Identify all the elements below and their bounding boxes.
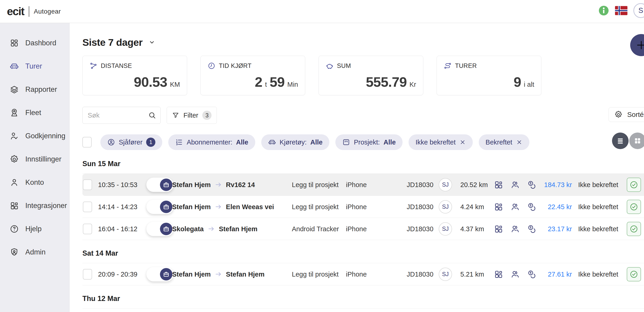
trip-source: iPhone (346, 225, 367, 232)
header-actions: S (598, 3, 640, 18)
trip-time: 20:09 - 20:39 (98, 270, 138, 278)
avatar-initial: S (638, 6, 643, 15)
stat-card-turer: TURER 9 i alt (436, 56, 541, 95)
sidebar-item-integrasjoner[interactable]: Integrasjoner (0, 194, 69, 217)
row-checkbox[interactable] (83, 224, 92, 234)
driver-avatar[interactable]: SJ (439, 200, 452, 214)
trip-row[interactable]: 14:14 - 14:23 Stefan Hjem Elen Weeas vei… (82, 196, 644, 218)
sidebar-item-innstillinger[interactable]: Innstillinger (0, 148, 69, 171)
chip-label: Kjøretøy: (280, 138, 307, 146)
search-input[interactable] (87, 111, 148, 120)
blocks-icon[interactable] (494, 270, 503, 279)
sort-button[interactable]: Sortér (608, 107, 644, 122)
date-section-header: Thu 12 Mar (82, 294, 644, 303)
trip-rows-sun: 10:35 - 10:53 Stefan Hjem Rv162 14 Legg … (82, 174, 644, 240)
row-checkbox[interactable] (83, 202, 92, 212)
trip-price-link[interactable]: 184.73 kr (528, 181, 572, 188)
chip-sjaforer[interactable]: Sjåfører 1 (100, 134, 162, 150)
passengers-icon[interactable] (510, 270, 520, 279)
info-icon[interactable] (598, 5, 609, 16)
arrow-right-icon (214, 204, 222, 210)
search-icon[interactable] (148, 111, 156, 120)
blocks-icon[interactable] (494, 202, 503, 212)
chip-kjoretoy[interactable]: Kjøretøy: Alle (261, 134, 330, 150)
chip-label: Prosjekt: (354, 138, 380, 146)
logo-product: Autogear (34, 8, 61, 15)
close-icon[interactable] (516, 139, 522, 146)
sidebar-item-godkjenning[interactable]: Godkjenning (0, 124, 69, 148)
stat-value: 90.53 (134, 74, 167, 90)
trip-time: 10:35 - 10:53 (98, 181, 138, 188)
sidebar-item-admin[interactable]: Admin (0, 240, 69, 264)
stat-unit: i alt (524, 81, 534, 88)
sidebar-item-fleet[interactable]: Fleet (0, 101, 69, 124)
check-circle-icon (630, 270, 638, 279)
trip-type-toggle[interactable] (146, 267, 174, 282)
chip-ikke-bekreftet[interactable]: Ikke bekreftet (408, 134, 472, 150)
sidebar-item-label: Rapporter (25, 85, 57, 94)
add-to-project-link[interactable]: Legg til prosjekt (292, 270, 338, 278)
blocks-icon[interactable] (494, 224, 503, 234)
chip-prosjekt[interactable]: Prosjekt: Alle (335, 134, 402, 150)
norway-flag-icon[interactable] (615, 6, 628, 15)
row-checkbox[interactable] (83, 269, 92, 280)
dashboard-icon (10, 38, 19, 48)
passengers-icon[interactable] (510, 224, 520, 234)
trip-price-link[interactable]: 23.17 kr (528, 225, 572, 232)
driver-avatar[interactable]: SJ (439, 178, 452, 192)
passengers-icon[interactable] (510, 180, 520, 189)
confirm-button[interactable] (627, 178, 641, 192)
trip-row[interactable]: 16:04 - 16:12 Skolegata Stefan Hjem Andr… (82, 218, 644, 240)
sidebar-item-konto[interactable]: Konto (0, 171, 69, 194)
sidebar-item-dashbord[interactable]: Dashbord (0, 31, 69, 54)
trip-type-toggle[interactable] (146, 200, 174, 214)
trip-distance: 4.37 km (460, 225, 484, 232)
stat-value-hours: 2 (255, 74, 262, 90)
confirm-button[interactable] (627, 267, 641, 282)
sidebar-item-hjelp[interactable]: Hjelp (0, 217, 69, 240)
select-all-checkbox[interactable] (82, 137, 92, 148)
search-filter-row: Filter 3 (82, 107, 644, 124)
add-to-project-link[interactable]: Legg til prosjekt (292, 181, 338, 188)
blocks-icon[interactable] (494, 180, 503, 189)
driver-avatar[interactable]: SJ (439, 222, 452, 236)
app-logo: ecit Autogear (7, 5, 61, 18)
stat-label: SUM (337, 62, 351, 70)
confirm-button[interactable] (627, 200, 641, 214)
chip-abonnementer[interactable]: Abonnementer: Alle (168, 134, 255, 150)
stat-card-distanse: DISTANSE 90.53 KM (82, 56, 187, 95)
close-icon[interactable] (460, 139, 466, 146)
project-label[interactable]: Android Tracker (292, 225, 339, 232)
map-pin-icon (10, 108, 19, 117)
trip-price-link[interactable]: 27.61 kr (528, 270, 572, 278)
trip-row[interactable]: 10:35 - 10:53 Stefan Hjem Rv162 14 Legg … (82, 174, 644, 196)
driver-avatar[interactable]: SJ (439, 268, 452, 281)
chip-count-badge: 1 (146, 138, 155, 147)
grid-view-button[interactable] (629, 132, 644, 149)
trip-type-toggle[interactable] (146, 178, 174, 192)
passengers-icon[interactable] (510, 202, 520, 212)
list-view-button[interactable] (612, 132, 628, 149)
chip-bekreftet[interactable]: Bekreftet (479, 134, 530, 150)
filter-count-badge: 3 (202, 111, 212, 120)
filter-chips-row: Sjåfører 1 Abonnementer: Alle Kjøretøy: … (82, 134, 644, 150)
trip-row-partial[interactable] (82, 308, 644, 312)
trip-row[interactable]: 20:09 - 20:39 Stefan Hjem Stefan Hjem Le… (82, 263, 644, 285)
sidebar-item-rapporter[interactable]: Rapporter (0, 78, 69, 101)
row-checkbox[interactable] (83, 180, 92, 190)
period-selector[interactable]: Siste 7 dager (82, 36, 644, 48)
sidebar-item-label: Konto (25, 178, 44, 186)
car-icon (10, 62, 19, 71)
sidebar: Dashbord Turer Rapporter Fleet Godkjenni… (0, 23, 70, 312)
stat-card-sum: SUM 555.79 Kr (318, 56, 423, 95)
stat-cards: DISTANSE 90.53 KM TID KJØRT 2 t 59 Min (82, 56, 644, 95)
filter-button[interactable]: Filter 3 (167, 107, 217, 124)
add-to-project-link[interactable]: Legg til prosjekt (292, 203, 338, 210)
sidebar-item-label: Hjelp (25, 225, 42, 233)
sidebar-item-turer[interactable]: Turer (0, 54, 69, 78)
trip-type-toggle[interactable] (146, 222, 174, 236)
avatar[interactable]: S (634, 3, 644, 18)
trip-price-link[interactable]: 22.45 kr (528, 203, 572, 210)
confirm-button[interactable] (627, 222, 641, 236)
trip-distance: 20.52 km (460, 181, 488, 188)
